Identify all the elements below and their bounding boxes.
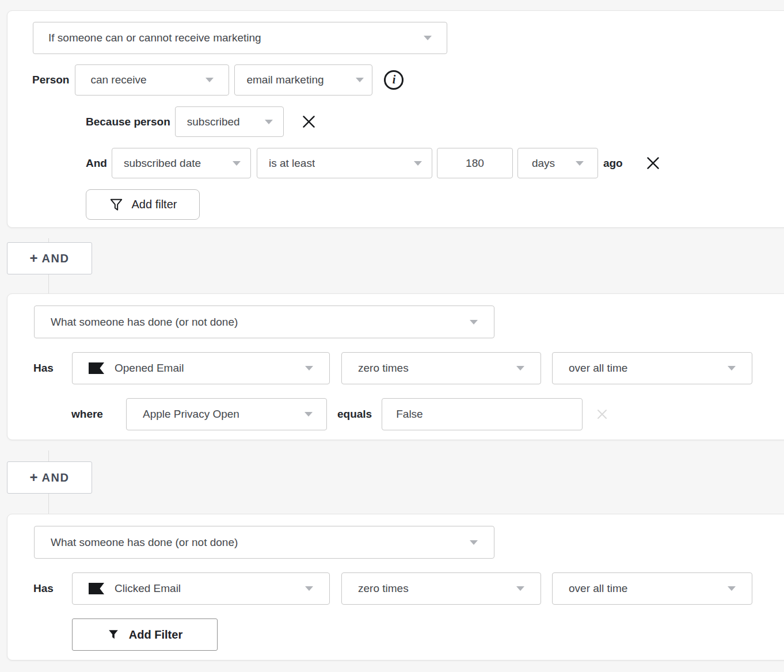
- equals-label: equals: [337, 408, 372, 421]
- can-receive-value: can receive: [90, 74, 146, 86]
- where-row: where Apple Privacy Open equals: [71, 398, 784, 430]
- person-label: Person: [32, 74, 69, 86]
- condition-type-dropdown[interactable]: If someone can or cannot receive marketi…: [33, 22, 447, 54]
- date-field-dropdown[interactable]: subscribed date: [112, 148, 251, 178]
- timeframe-dropdown[interactable]: over all time: [552, 352, 752, 384]
- chevron-down-icon: [576, 161, 584, 166]
- where-label: where: [71, 408, 126, 421]
- funnel-filled-icon: [107, 628, 120, 641]
- frequency-value: zero times: [358, 582, 409, 595]
- plus-icon: +: [30, 251, 38, 265]
- remove-filter-icon[interactable]: [300, 113, 317, 130]
- timeframe-dropdown[interactable]: over all time: [552, 572, 752, 605]
- operator-dropdown[interactable]: is at least: [257, 148, 432, 178]
- has-row: Has Clicked Email zero times over all ti…: [33, 572, 784, 605]
- has-label: Has: [33, 582, 72, 595]
- has-row: Has Opened Email zero times over all tim…: [33, 352, 784, 384]
- amount-input[interactable]: [437, 148, 513, 178]
- chevron-down-icon: [305, 366, 313, 371]
- channel-dropdown[interactable]: email marketing: [234, 64, 372, 96]
- condition-type-dropdown[interactable]: What someone has done (or not done): [34, 526, 494, 559]
- condition-type-value: If someone can or cannot receive marketi…: [48, 32, 261, 44]
- add-filter-row: Add Filter: [72, 618, 784, 651]
- chevron-down-icon: [265, 120, 273, 124]
- unit-value: days: [532, 157, 555, 170]
- chevron-down-icon: [516, 586, 524, 591]
- remove-filter-icon-disabled[interactable]: [595, 407, 609, 421]
- chevron-down-icon: [728, 366, 736, 371]
- remove-filter-icon[interactable]: [645, 155, 661, 171]
- and-button[interactable]: + AND: [7, 242, 92, 274]
- operator-value: is at least: [269, 157, 315, 170]
- info-icon[interactable]: i: [384, 70, 404, 90]
- property-value: Apple Privacy Open: [143, 408, 239, 421]
- property-dropdown[interactable]: Apple Privacy Open: [126, 398, 327, 430]
- frequency-dropdown[interactable]: zero times: [341, 352, 541, 384]
- because-row: Because person subscribed: [86, 106, 784, 137]
- reason-dropdown[interactable]: subscribed: [175, 106, 284, 137]
- chevron-down-icon: [424, 36, 432, 40]
- chevron-down-icon: [470, 320, 478, 324]
- and-button-label: AND: [42, 252, 70, 265]
- chevron-down-icon: [305, 586, 313, 591]
- event-dropdown[interactable]: Opened Email: [72, 352, 330, 384]
- reason-value: subscribed: [187, 116, 240, 128]
- and-label: And: [86, 157, 107, 170]
- and-button-label: AND: [42, 471, 70, 484]
- chevron-down-icon: [356, 78, 364, 82]
- add-filter-label: Add Filter: [129, 628, 182, 642]
- and-filter-row: And subscribed date is at least days ago: [86, 148, 784, 178]
- has-label: Has: [33, 362, 72, 375]
- add-filter-button[interactable]: Add Filter: [72, 618, 218, 651]
- chevron-down-icon: [516, 366, 524, 371]
- chevron-down-icon: [305, 412, 313, 417]
- event-value: Clicked Email: [115, 582, 305, 595]
- frequency-dropdown[interactable]: zero times: [341, 572, 541, 605]
- chevron-down-icon: [233, 161, 241, 166]
- unit-dropdown[interactable]: days: [517, 148, 598, 178]
- event-value: Opened Email: [115, 362, 305, 375]
- timeframe-value: over all time: [569, 362, 627, 375]
- segment-builder: If someone can or cannot receive marketi…: [0, 10, 784, 672]
- add-filter-label: Add filter: [132, 198, 177, 211]
- klaviyo-flag-icon: [89, 583, 104, 594]
- add-filter-button[interactable]: Add filter: [86, 189, 200, 220]
- condition-card-marketing: If someone can or cannot receive marketi…: [7, 10, 784, 228]
- chevron-down-icon: [205, 78, 214, 82]
- event-dropdown[interactable]: Clicked Email: [72, 572, 330, 605]
- date-field-value: subscribed date: [124, 157, 201, 170]
- chevron-down-icon: [728, 586, 736, 591]
- condition-card-opened-email: What someone has done (or not done) Has …: [7, 293, 784, 440]
- condition-type-value: What someone has done (or not done): [51, 536, 238, 549]
- property-value-input[interactable]: [382, 398, 583, 430]
- chevron-down-icon: [470, 540, 478, 545]
- plus-icon: +: [30, 471, 38, 484]
- can-receive-dropdown[interactable]: can receive: [75, 64, 229, 96]
- chevron-down-icon: [414, 161, 422, 166]
- funnel-outline-icon: [109, 197, 124, 212]
- timeframe-value: over all time: [569, 582, 627, 595]
- ago-label: ago: [603, 157, 623, 170]
- because-person-label: Because person: [86, 116, 170, 128]
- condition-type-value: What someone has done (or not done): [51, 316, 238, 329]
- condition-card-clicked-email: What someone has done (or not done) Has …: [7, 514, 784, 660]
- frequency-value: zero times: [358, 362, 409, 375]
- condition-type-dropdown[interactable]: What someone has done (or not done): [34, 306, 494, 338]
- add-filter-row: Add filter: [86, 189, 784, 220]
- channel-value: email marketing: [246, 74, 324, 86]
- person-row: Person can receive email marketing i: [32, 64, 784, 96]
- and-button[interactable]: + AND: [7, 461, 92, 494]
- klaviyo-flag-icon: [89, 362, 104, 374]
